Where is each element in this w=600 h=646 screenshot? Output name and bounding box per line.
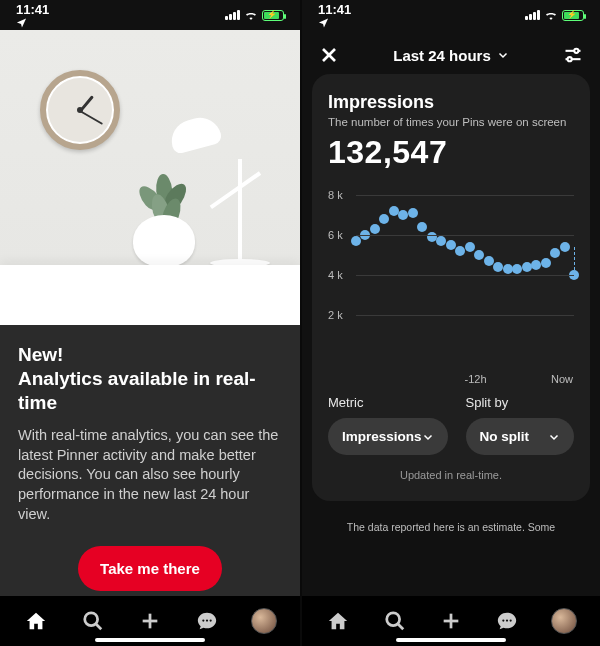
status-time-group: 11:41 — [318, 2, 355, 28]
chevron-down-icon — [497, 49, 509, 61]
date-range-label: Last 24 hours — [393, 47, 491, 64]
tab-create[interactable] — [431, 601, 471, 641]
tab-profile[interactable] — [544, 601, 584, 641]
chart-point — [465, 242, 475, 252]
promo-headline-1: New! — [18, 343, 282, 367]
chart-point — [446, 240, 456, 250]
wifi-icon — [544, 10, 558, 20]
metric-subtitle: The number of times your Pins were on sc… — [328, 116, 574, 128]
status-time-group: 11:41 — [16, 2, 53, 28]
date-range-selector[interactable]: Last 24 hours — [393, 47, 509, 64]
status-bar: 11:41 ⚡ — [0, 0, 300, 30]
y-tick-label: 8 k — [328, 189, 343, 201]
svg-point-5 — [206, 619, 208, 621]
take-me-there-button[interactable]: Take me there — [78, 546, 222, 591]
chart-point — [560, 242, 570, 252]
status-bar: 11:41 ⚡ — [302, 0, 600, 30]
chart-point — [351, 236, 361, 246]
svg-line-14 — [397, 624, 403, 630]
tab-messages[interactable] — [187, 601, 227, 641]
tab-create[interactable] — [130, 601, 170, 641]
home-indicator[interactable] — [396, 638, 506, 642]
metric-value: 132,547 — [328, 134, 574, 171]
chart-point — [417, 222, 427, 232]
split-select-value: No split — [480, 429, 530, 444]
svg-point-4 — [202, 619, 204, 621]
chart-point — [550, 248, 560, 258]
battery-charging-icon: ⚡ — [262, 10, 284, 21]
chart-point — [484, 256, 494, 266]
x-tick-label: -12h — [465, 373, 487, 385]
y-tick-label: 6 k — [328, 229, 343, 241]
svg-point-18 — [506, 619, 508, 621]
chart-point — [408, 208, 418, 218]
chevron-down-icon — [548, 431, 560, 443]
promo-panel: New! Analytics available in real-time Wi… — [0, 325, 300, 596]
status-time: 11:41 — [318, 2, 351, 17]
battery-charging-icon: ⚡ — [562, 10, 584, 21]
tab-search[interactable] — [73, 601, 113, 641]
avatar — [551, 608, 577, 634]
svg-point-19 — [510, 619, 512, 621]
home-indicator[interactable] — [95, 638, 205, 642]
wifi-icon — [244, 10, 258, 20]
status-time: 11:41 — [16, 2, 49, 17]
y-tick-label: 4 k — [328, 269, 343, 281]
location-arrow-icon — [16, 17, 53, 28]
chart-point — [522, 262, 532, 272]
chart-point — [541, 258, 551, 268]
metric-select-value: Impressions — [342, 429, 422, 444]
updated-note: Updated in real-time. — [328, 469, 574, 481]
cellular-signal-icon — [225, 10, 240, 20]
impressions-chart: 2 k4 k6 k8 k-12hNow — [328, 185, 574, 385]
analytics-card: Impressions The number of times your Pin… — [312, 74, 590, 501]
cellular-signal-icon — [525, 10, 540, 20]
promo-headline-2: Analytics available in real-time — [18, 367, 282, 415]
x-tick-label: Now — [551, 373, 573, 385]
chart-point — [493, 262, 503, 272]
promo-body: With real-time analytics, you can see th… — [18, 426, 282, 524]
tab-home[interactable] — [16, 601, 56, 641]
chart-point — [474, 250, 484, 260]
split-select[interactable]: No split — [466, 418, 574, 455]
metric-select-label: Metric — [328, 395, 448, 410]
data-disclaimer: The data reported here is an estimate. S… — [302, 521, 600, 533]
tab-profile[interactable] — [244, 601, 284, 641]
chart-point — [531, 260, 541, 270]
y-tick-label: 2 k — [328, 309, 343, 321]
avatar — [251, 608, 277, 634]
svg-point-13 — [386, 613, 399, 626]
chart-point — [455, 246, 465, 256]
location-arrow-icon — [318, 17, 355, 28]
svg-point-17 — [503, 619, 505, 621]
clock-illustration — [40, 70, 120, 150]
svg-point-10 — [574, 49, 578, 53]
chart-point — [370, 224, 380, 234]
close-button[interactable] — [318, 44, 340, 66]
tab-messages[interactable] — [487, 601, 527, 641]
svg-line-1 — [96, 624, 102, 630]
svg-point-12 — [568, 57, 572, 61]
chart-point — [379, 214, 389, 224]
tab-home[interactable] — [318, 601, 358, 641]
filter-button[interactable] — [562, 44, 584, 66]
tab-search[interactable] — [375, 601, 415, 641]
metric-select[interactable]: Impressions — [328, 418, 448, 455]
svg-point-0 — [85, 613, 98, 626]
metric-title: Impressions — [328, 92, 574, 113]
svg-point-6 — [209, 619, 211, 621]
phone-right: 11:41 ⚡ Last 24 hours — [300, 0, 600, 646]
phone-left: 11:41 ⚡ — [0, 0, 300, 646]
chevron-down-icon — [422, 431, 434, 443]
split-select-label: Split by — [466, 395, 574, 410]
promo-hero-image — [0, 30, 300, 325]
